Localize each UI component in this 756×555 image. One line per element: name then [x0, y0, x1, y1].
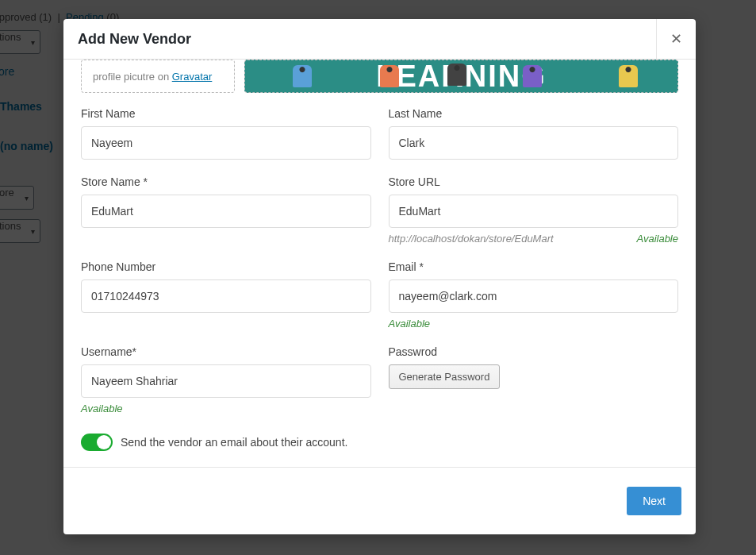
email-status: Available — [389, 318, 431, 330]
password-label: Passwrod — [389, 345, 679, 358]
modal-header: Add New Vendor ✕ — [63, 19, 696, 60]
modal-footer: Next — [63, 468, 696, 534]
field-store-url: Store URL http://localhost/dokan/store/E… — [389, 175, 679, 245]
banner-upload[interactable]: LEARNING — [244, 60, 678, 93]
store-url-preview: http://localhost/dokan/store/EduMart — [389, 233, 554, 245]
field-last-name: Last Name — [389, 107, 679, 160]
form-grid: First Name Last Name Store Name * Store … — [81, 107, 678, 426]
store-url-input[interactable] — [389, 195, 679, 228]
add-vendor-modal: Add New Vendor ✕ profile picutre on Grav… — [63, 19, 696, 534]
banner-illustration — [380, 65, 399, 87]
field-email: Email * Available — [389, 260, 679, 330]
field-password: Passwrod Generate Password — [389, 345, 679, 414]
first-name-input[interactable] — [81, 126, 371, 160]
banner-illustration — [293, 65, 312, 87]
upload-row: profile picutre on Gravatar LEARNING — [81, 60, 678, 93]
store-name-label: Store Name * — [81, 175, 371, 188]
store-url-status: Available — [636, 233, 678, 245]
last-name-input[interactable] — [389, 126, 679, 160]
banner-illustration — [523, 65, 542, 87]
banner-illustration — [619, 65, 638, 87]
username-status: Available — [81, 403, 123, 414]
toggle-knob — [97, 435, 111, 449]
upload-hint-text: profile picutre on — [93, 71, 172, 83]
send-email-row: Send the vendor an email about their acc… — [81, 434, 678, 451]
username-input[interactable] — [81, 364, 371, 398]
store-url-label: Store URL — [389, 175, 679, 188]
email-label: Email * — [389, 260, 679, 273]
banner-illustration — [447, 64, 466, 86]
close-icon: ✕ — [670, 30, 682, 48]
field-phone: Phone Number — [81, 260, 371, 330]
store-name-input[interactable] — [81, 195, 371, 228]
close-button[interactable]: ✕ — [656, 19, 696, 59]
email-input[interactable] — [389, 279, 679, 313]
field-store-name: Store Name * — [81, 175, 371, 245]
generate-password-button[interactable]: Generate Password — [389, 364, 501, 389]
send-email-toggle[interactable] — [81, 434, 113, 451]
field-first-name: First Name — [81, 107, 371, 160]
next-button[interactable]: Next — [627, 487, 681, 515]
send-email-label: Send the vendor an email about their acc… — [121, 436, 347, 449]
username-label: Username* — [81, 345, 371, 358]
phone-input[interactable] — [81, 279, 371, 313]
modal-title: Add New Vendor — [63, 20, 205, 59]
field-username: Username* Available — [81, 345, 371, 414]
modal-body: profile picutre on Gravatar LEARNING Fir… — [63, 60, 696, 468]
gravatar-link[interactable]: Gravatar — [172, 71, 213, 83]
phone-label: Phone Number — [81, 260, 371, 273]
profile-picture-upload[interactable]: profile picutre on Gravatar — [81, 60, 235, 93]
first-name-label: First Name — [81, 107, 371, 120]
last-name-label: Last Name — [389, 107, 679, 120]
